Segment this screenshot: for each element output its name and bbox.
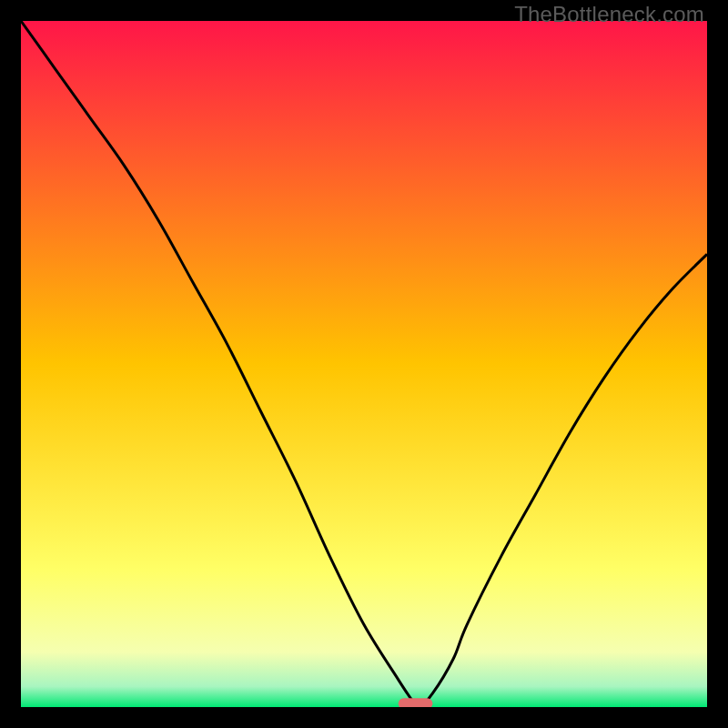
chart-frame	[21, 21, 707, 707]
watermark-text: TheBottleneck.com	[514, 2, 704, 27]
optimal-marker	[399, 698, 433, 707]
bottleneck-chart	[21, 21, 707, 707]
gradient-background	[21, 21, 707, 707]
